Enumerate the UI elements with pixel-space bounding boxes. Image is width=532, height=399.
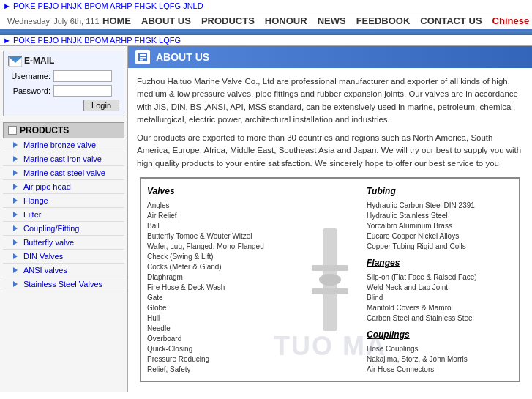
main-layout: E-MAIL Username: Password: Login PRODUCT… [0,46,532,392]
list-item: Hose Couplings [367,344,513,354]
username-label: Username: [8,72,50,81]
list-item: Needle [147,324,293,334]
arrow-icon [13,198,18,204]
products-section: PRODUCTS Marine bronze valve Marine cast… [3,122,124,291]
list-item: Carbon Steel and Stainless Steel [367,313,513,324]
tubing-list: Hydraulic Carbon Steel DIN 2391 Hydrauli… [367,201,513,252]
list-item[interactable]: Flange [3,194,124,208]
page-icon [135,50,150,64]
list-item: Angles [147,201,293,211]
nav-home[interactable]: HOME [102,15,131,26]
main-nav: HOME ABOUT US PRODUCTS HONOUR NEWS FEEDB… [102,15,529,26]
list-item[interactable]: Marine cast steel valve [3,166,124,180]
list-item[interactable]: Marine cast iron valve [3,152,124,166]
list-item[interactable]: Air pipe head [3,180,124,194]
login-button[interactable]: Login [83,100,119,111]
top-bar: ► POKE PEJO HNJK BPOM ARHP FHGK LQFG JNL… [0,0,532,12]
arrow-icon [13,142,18,148]
sidebar: E-MAIL Username: Password: Login PRODUCT… [0,46,128,392]
about-para2: Our products are exported to more than 3… [137,132,523,170]
header: Wednesday, July 6th, 111 HOME ABOUT US P… [0,12,532,31]
arrow-icon [13,170,18,176]
list-item: Air Relief [147,211,293,221]
list-item[interactable]: Coupling/Fitting [3,222,124,236]
arrow-icon [13,184,18,190]
products-list: Marine bronze valve Marine cast iron val… [3,138,124,291]
list-item: Air Hose Connectors [367,365,513,375]
list-item: Diaphragm [147,272,293,283]
arrow-icon [13,253,18,259]
list-item: Ball [147,221,293,231]
username-input[interactable] [53,70,112,82]
valves-title: Valves [147,184,293,198]
list-item: Relief, Safety [147,365,293,375]
arrow-icon [13,267,18,273]
valves-list: Angles Air Relief Ball Butterfly Tomoe &… [147,201,293,375]
username-row: Username: [8,70,119,82]
about-para1: Fuzhou Haituo Marine Valve Co., Ltd are … [137,75,523,126]
email-icon [8,56,21,66]
svg-rect-7 [312,265,348,271]
flanges-title: Flanges [367,256,513,269]
top-links[interactable]: ► POKE PEJO HNJK BPOM ARHP FHGK LQFG JNL… [3,1,203,10]
section-title-text: ABOUT US [156,51,209,63]
list-item: Manifold Covers & Mamrol [367,303,513,313]
nav-chinese[interactable]: Chinese [492,15,530,26]
list-item: Globe [147,303,293,313]
content-section-header: ABOUT US [128,46,532,68]
list-item: Copper Tubing Rigid and Coils [367,242,513,252]
arrow-icon [13,281,18,287]
nav-contact[interactable]: CONTACT US [420,15,482,26]
arrow-icon [13,239,18,245]
list-item[interactable]: Filter [3,208,124,222]
date-display: Wednesday, July 6th, 111 [7,17,102,26]
password-row: Password: [8,85,119,97]
arrow-icon [13,156,18,162]
email-login-box: E-MAIL Username: Password: Login [3,51,124,116]
list-item: Fire Hose & Deck Wash [147,283,293,293]
list-item: Cocks (Meter & Gland) [147,262,293,272]
list-item[interactable]: DIN Valves [3,250,124,264]
about-content: Fuzhou Haituo Marine Valve Co., Ltd are … [128,68,532,392]
list-item: Nakajima, Storz, & John Morris [367,354,513,365]
svg-point-6 [319,274,341,286]
list-item: Slip-on (Flat Face & Raised Face) [367,272,513,283]
list-item[interactable]: ANSI valves [3,264,124,277]
right-columns: Tubing Hydraulic Carbon Steel DIN 2391 H… [367,184,513,375]
couplings-title: Couplings [367,328,513,341]
list-item[interactable]: Butterfly valve [3,236,124,250]
email-box-title: E-MAIL [8,56,119,66]
list-item: Pressure Reducing [147,354,293,365]
list-item: Yorcalbro Aluminum Brass [367,221,513,231]
list-item: Overboard [147,334,293,344]
content-area: ABOUT US Fuzhou Haituo Marine Valve Co.,… [128,46,532,392]
list-item: Gate [147,293,293,303]
list-item: Weld Neck and Lap Joint [367,283,513,293]
list-item: Butterfly Tomoe & Wouter Witzel [147,231,293,242]
nav-about[interactable]: ABOUT US [141,15,191,26]
nav-honour[interactable]: HONOUR [265,15,307,26]
list-item: Quick-Closing [147,344,293,354]
nav-products[interactable]: PRODUCTS [201,15,255,26]
login-btn-row: Login [8,100,119,111]
password-label: Password: [8,86,50,95]
products-header: PRODUCTS [3,122,124,138]
products-title-text: PRODUCTS [20,125,69,135]
svg-rect-3 [140,57,146,59]
checkbox-icon [8,126,17,135]
list-item: Blind [367,293,513,303]
arrow-icon [13,212,18,217]
svg-rect-8 [312,288,348,294]
catalog-inner: Valves Angles Air Relief Ball Butterfly … [147,184,513,375]
valves-column: Valves Angles Air Relief Ball Butterfly … [147,184,293,375]
list-item: Check (Swing & Lift) [147,252,293,262]
email-title-text: E-MAIL [24,56,54,66]
list-item[interactable]: Stainless Steel Valves [3,277,124,291]
list-item: Eucaro Copper Nickel Alloys [367,231,513,242]
password-input[interactable] [53,85,112,97]
arrow-icon [13,225,18,231]
list-item: Wafer, Lug, Flanged, Mono-Flanged [147,242,293,252]
list-item[interactable]: Marine bronze valve [3,138,124,152]
nav-news[interactable]: NEWS [318,15,346,26]
nav-feedbook[interactable]: FEEDBOOK [356,15,411,26]
